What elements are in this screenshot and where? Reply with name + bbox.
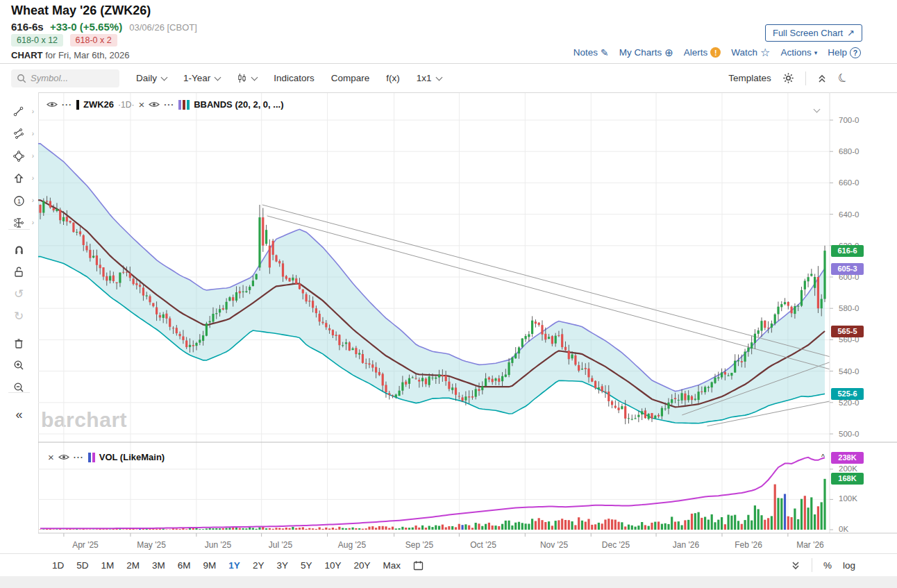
price-axis-label: 620-0 (839, 242, 859, 250)
templates-button[interactable]: Templates (728, 73, 771, 83)
price-change: +33-0 (+5.65%) (50, 21, 122, 33)
time-axis-label: Jun '25 (205, 540, 232, 550)
percent-scale-button[interactable]: % (823, 560, 832, 571)
visibility-eye-icon[interactable] (58, 453, 69, 461)
oi-last-marker: ^ (821, 453, 825, 461)
collapse-rail-icon[interactable]: « (0, 405, 37, 424)
rail-divider (8, 229, 30, 230)
volume-axis-label: 200K (839, 464, 857, 473)
quick-link-help[interactable]: Help? (828, 47, 861, 58)
remove-study-icon[interactable]: × (138, 99, 144, 110)
log-scale-button[interactable]: log (843, 560, 855, 571)
tool-expand-chevron[interactable]: › (32, 108, 34, 115)
quick-link-watch[interactable]: Watch☆ (731, 46, 770, 59)
fibonacci-tool-icon[interactable]: › (0, 124, 37, 144)
quick-link-alerts[interactable]: Alerts! (684, 47, 721, 58)
range-10Y[interactable]: 10Y (324, 560, 341, 571)
volume-study-legend: × ··· VOL (LikeMain) (48, 451, 165, 463)
tool-expand-chevron[interactable]: › (32, 130, 34, 137)
price-axis-label: 660-0 (839, 178, 859, 187)
arrow-annotation-icon[interactable]: › (0, 169, 37, 188)
price-axis-label: 640-0 (839, 210, 859, 219)
symbol-search-input[interactable]: Symbol... (11, 69, 119, 87)
time-axis-label: Sep '25 (405, 540, 434, 550)
dark-mode-moon-icon[interactable]: ☾ (835, 69, 851, 87)
calendar-icon[interactable] (413, 560, 424, 571)
unlock-drawings-icon[interactable] (0, 262, 37, 281)
undo-icon[interactable]: ↺ (0, 284, 37, 303)
tool-expand-chevron[interactable]: › (32, 219, 34, 226)
pane-collapse-icon[interactable] (814, 102, 819, 115)
study-menu-icon[interactable]: ··· (74, 453, 84, 462)
range-dropdown[interactable]: 1-Year (183, 73, 220, 83)
tool-expand-chevron[interactable]: › (32, 174, 34, 182)
quick-link-my-charts[interactable]: My Charts⊕ (619, 47, 673, 59)
chart-region[interactable]: barchart ^700-0680-0660-0640-0620-0600-0… (38, 92, 897, 552)
range-1Y[interactable]: 1Y (228, 560, 240, 571)
range-Max[interactable]: Max (383, 560, 401, 571)
range-9M[interactable]: 9M (203, 560, 217, 571)
session-info: 03/06/26 [CBOT] (129, 22, 197, 33)
price-axis-label: 500-0 (839, 430, 859, 438)
chart-toolbar: Symbol... Daily 1-Year Indicators Compar… (0, 64, 897, 93)
time-axis-label: Apr '25 (72, 540, 99, 550)
range-1D[interactable]: 1D (52, 560, 64, 571)
price-axis-label: 580-0 (839, 304, 859, 312)
zoom-out-icon[interactable] (0, 378, 37, 397)
notes-pencil-icon: ✎ (601, 47, 609, 58)
shapes-tool-icon[interactable]: › (0, 146, 37, 166)
chart-word: CHART (11, 50, 43, 60)
range-20Y[interactable]: 20Y (353, 560, 370, 571)
magnet-snap-icon[interactable] (0, 240, 37, 259)
fx-button[interactable]: f(x) (386, 73, 400, 83)
page-title: Wheat May '26 (ZWK26) (11, 3, 151, 18)
chevron-down-icon (161, 74, 168, 81)
quick-link-actions[interactable]: Actions▾ (780, 47, 817, 58)
compare-button[interactable]: Compare (331, 73, 370, 83)
period-dropdown[interactable]: Daily (136, 73, 167, 83)
price-chart-canvas[interactable]: ^700-0680-0660-0640-0620-0600-0580-0560-… (38, 92, 897, 552)
fullscreen-chart-button[interactable]: Full Screen Chart ↗ (765, 24, 862, 42)
range-3M[interactable]: 3M (152, 560, 165, 571)
remove-study-icon[interactable]: × (48, 451, 54, 463)
delete-drawings-icon[interactable] (0, 333, 37, 353)
layout-dropdown[interactable]: 1x1 (417, 73, 442, 83)
time-axis-label: May '25 (137, 540, 166, 550)
settings-gear-icon[interactable] (782, 72, 794, 84)
legend-bbands: BBANDS (20, 2, 0, ...) (194, 99, 283, 110)
ask-badge: 618-0 x 2 (70, 34, 117, 47)
collapse-panel-up-icon[interactable] (817, 74, 827, 83)
indicators-button[interactable]: Indicators (274, 73, 315, 83)
tool-expand-chevron[interactable]: › (32, 152, 34, 160)
redo-icon[interactable]: ↻ (0, 306, 37, 326)
range-1M[interactable]: 1M (101, 560, 115, 571)
tool-expand-chevron[interactable]: › (32, 196, 34, 204)
text-annotation-icon[interactable]: 1› (0, 191, 37, 210)
trendline-tool-icon[interactable]: › (0, 102, 37, 121)
visibility-eye-icon[interactable] (149, 101, 160, 108)
time-axis-label: Aug '25 (338, 540, 367, 550)
collapse-panel-down-icon[interactable] (791, 560, 800, 570)
series-menu-icon[interactable]: ··· (62, 100, 72, 110)
chart-for-date: for Fri, Mar 6th, 2026 (45, 50, 129, 60)
open-interest-line (40, 457, 825, 529)
range-5D[interactable]: 5D (76, 560, 88, 571)
chart-type-dropdown[interactable] (237, 73, 257, 83)
quick-link-notes[interactable]: Notes✎ (573, 47, 609, 58)
help-question-icon: ? (850, 47, 861, 58)
study-menu-icon[interactable]: ··· (164, 100, 174, 110)
range-2Y[interactable]: 2Y (253, 560, 265, 571)
time-axis: Apr '25May '25Jun '25Jul '25Aug '25Sep '… (64, 533, 824, 550)
zoom-in-icon[interactable] (0, 355, 37, 375)
footer-strip (0, 576, 897, 588)
range-3Y[interactable]: 3Y (276, 560, 288, 571)
volume-layer: ^ (39, 453, 825, 530)
visibility-eye-icon[interactable] (47, 101, 58, 108)
toolbar-divider (805, 72, 806, 85)
range-6M[interactable]: 6M (178, 560, 191, 571)
range-2M[interactable]: 2M (126, 560, 140, 571)
range-5Y[interactable]: 5Y (301, 560, 312, 571)
rail-divider (8, 392, 30, 393)
price-axis-label: 700-0 (839, 116, 859, 124)
chart-for-line: CHART for Fri, Mar 6th, 2026 (11, 50, 130, 60)
